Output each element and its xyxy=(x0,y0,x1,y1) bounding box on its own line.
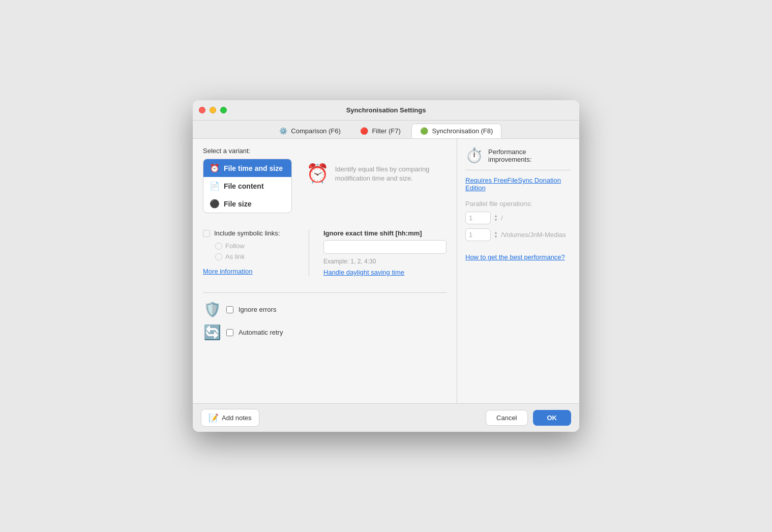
variant-file-content[interactable]: 📄 File content xyxy=(203,177,291,195)
right-panel: ⏱️ Performance improvements: Requires Fr… xyxy=(457,139,579,403)
spinner-1-path: / xyxy=(501,214,503,222)
parallel-label: Parallel file operations: xyxy=(465,200,571,208)
footer: 📝 Add notes Cancel OK xyxy=(193,403,579,432)
main-content: Select a variant: ⏰ File time and size 📄… xyxy=(193,139,579,403)
symbolic-links-options: Include symbolic links: Follow As link xyxy=(203,229,305,275)
window-controls xyxy=(199,107,227,113)
variant-file-content-label: File content xyxy=(224,182,264,190)
file-content-icon: 📄 xyxy=(210,181,220,191)
follow-radio[interactable] xyxy=(215,243,222,250)
tab-sync-label: Synchronisation (F8) xyxy=(432,127,493,135)
symbolic-links-section: Include symbolic links: Follow As link xyxy=(203,229,305,276)
performance-title: Performance improvements: xyxy=(488,148,571,163)
sync-tab-icon: 🟢 xyxy=(420,127,428,135)
include-symbolic-links-checkbox[interactable] xyxy=(203,230,210,237)
file-size-icon: ⚫ xyxy=(210,199,220,209)
as-link-radio-label: As link xyxy=(225,253,245,260)
add-notes-button[interactable]: 📝 Add notes xyxy=(201,409,259,427)
automatic-retry-row: 🔄 Automatic retry xyxy=(203,324,447,341)
select-variant-label: Select a variant: xyxy=(203,147,447,155)
bottom-options: 🛡️ Ignore errors 🔄 Automatic retry xyxy=(203,292,447,341)
minimize-button[interactable] xyxy=(210,107,216,113)
example-text: Example: 1, 2, 4:30 xyxy=(323,258,447,265)
spinner-1-input[interactable] xyxy=(465,212,491,224)
symbolic-links-radio-group: Follow As link xyxy=(215,242,305,260)
tab-comparison-label: Comparison (F6) xyxy=(291,127,341,135)
best-performance-link[interactable]: How to get the best performance? xyxy=(465,253,571,261)
more-information-link[interactable]: More information xyxy=(203,268,305,275)
performance-header: ⏱️ Performance improvements: xyxy=(465,147,571,170)
spinner-2-down-arrow[interactable]: ▼ xyxy=(494,235,498,239)
vertical-divider xyxy=(309,229,309,276)
ignore-errors-row: 🛡️ Ignore errors xyxy=(203,301,447,318)
tab-synchronisation[interactable]: 🟢 Synchronisation (F8) xyxy=(411,124,502,138)
donation-link[interactable]: Requires FreeFileSync Donation Edition xyxy=(465,176,571,192)
maximize-button[interactable] xyxy=(220,107,227,113)
tab-comparison[interactable]: ⚙️ Comparison (F6) xyxy=(271,124,349,138)
follow-radio-row: Follow xyxy=(215,242,305,250)
ignore-time-shift-label: Ignore exact time shift [hh:mm] xyxy=(323,229,447,237)
left-panel: Select a variant: ⏰ File time and size 📄… xyxy=(193,139,457,403)
include-symbolic-links-label: Include symbolic links: xyxy=(214,229,280,237)
as-link-radio[interactable] xyxy=(215,253,222,260)
ignore-errors-checkbox[interactable] xyxy=(226,306,233,313)
add-notes-label: Add notes xyxy=(222,414,252,422)
comparison-tab-icon: ⚙️ xyxy=(279,127,287,135)
comparison-description-text: Identify equal files by comparing modifi… xyxy=(335,163,447,183)
automatic-retry-label: Automatic retry xyxy=(239,329,283,336)
as-link-radio-row: As link xyxy=(215,253,305,260)
filter-tab-icon: 🔴 xyxy=(360,127,368,135)
tab-filter-label: Filter (F7) xyxy=(372,127,400,135)
main-window: Synchronisation Settings ⚙️ Comparison (… xyxy=(193,100,579,432)
automatic-retry-checkbox[interactable] xyxy=(226,329,233,336)
ok-button[interactable]: OK xyxy=(533,410,572,426)
spinner-2-input[interactable] xyxy=(465,228,491,241)
file-time-size-icon: ⏰ xyxy=(210,163,220,173)
spinner-1-arrows[interactable]: ▲ ▼ xyxy=(494,214,498,222)
spinner-row-1: ▲ ▼ / xyxy=(465,212,571,224)
follow-radio-label: Follow xyxy=(225,242,245,250)
automatic-retry-icon: 🔄 xyxy=(203,324,221,341)
titlebar: Synchronisation Settings xyxy=(193,100,579,121)
spinner-1-down-arrow[interactable]: ▼ xyxy=(494,218,498,222)
spinner-2-arrows[interactable]: ▲ ▼ xyxy=(494,231,498,239)
variant-file-size[interactable]: ⚫ File size xyxy=(203,195,291,213)
ignore-errors-icon: 🛡️ xyxy=(203,301,221,318)
daylight-saving-link[interactable]: Handle daylight saving time xyxy=(323,269,404,276)
notes-icon: 📝 xyxy=(209,413,219,423)
tab-filter[interactable]: 🔴 Filter (F7) xyxy=(351,124,409,138)
close-button[interactable] xyxy=(199,107,205,113)
variant-file-size-label: File size xyxy=(224,200,251,208)
comparison-description: ⏰ Identify equal files by comparing modi… xyxy=(302,163,447,184)
comparison-clock-icon: ⏰ xyxy=(306,163,329,184)
window-title: Synchronisation Settings xyxy=(346,106,426,114)
include-symbolic-links-row: Include symbolic links: xyxy=(203,229,305,237)
tab-bar: ⚙️ Comparison (F6) 🔴 Filter (F7) 🟢 Synch… xyxy=(193,121,579,139)
ignore-errors-label: Ignore errors xyxy=(239,306,276,313)
variant-file-time-size[interactable]: ⏰ File time and size xyxy=(203,159,291,177)
variant-file-time-size-label: File time and size xyxy=(224,164,283,172)
time-shift-input[interactable] xyxy=(323,240,447,254)
footer-right: Cancel OK xyxy=(486,410,571,426)
spinner-2-path: /Volumes/JnM-Medias xyxy=(501,231,566,239)
spinner-row-2: ▲ ▼ /Volumes/JnM-Medias xyxy=(465,228,571,241)
cancel-button[interactable]: Cancel xyxy=(486,410,527,426)
time-shift-section: Ignore exact time shift [hh:mm] Example:… xyxy=(313,229,447,276)
performance-icon: ⏱️ xyxy=(465,147,483,164)
variant-list: ⏰ File time and size 📄 File content ⚫ Fi… xyxy=(203,159,292,213)
